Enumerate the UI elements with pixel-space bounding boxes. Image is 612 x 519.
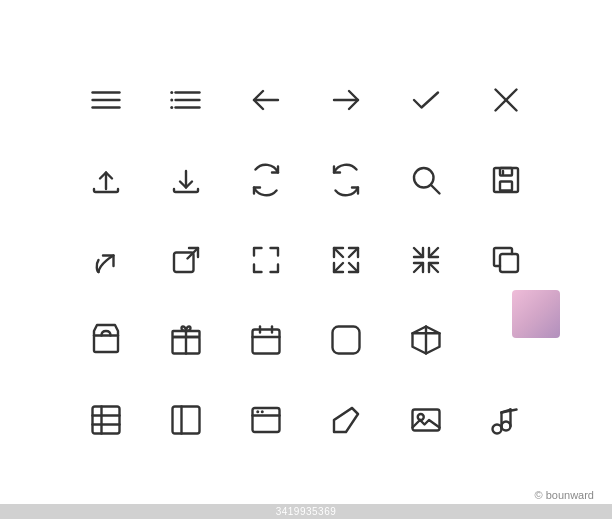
rounded-square-icon (306, 300, 386, 380)
expand-icon (306, 220, 386, 300)
search-icon (386, 140, 466, 220)
share-forward-icon (66, 220, 146, 300)
svg-point-51 (256, 410, 259, 413)
table-grid-icon (66, 380, 146, 460)
download-icon (146, 140, 226, 220)
svg-rect-18 (500, 168, 512, 176)
watermark-label: © bounward (535, 489, 594, 501)
browser-window-icon (226, 380, 306, 460)
svg-line-54 (334, 408, 352, 420)
svg-point-61 (493, 424, 502, 433)
3d-box-icon (386, 300, 466, 380)
svg-point-7 (170, 98, 173, 101)
copy-layer-icon (466, 220, 546, 300)
panel-layout-icon (146, 380, 226, 460)
calendar-icon (226, 300, 306, 380)
getty-badge: 3419935369 (0, 504, 612, 519)
svg-point-8 (170, 106, 173, 109)
frame-select-icon (226, 220, 306, 300)
svg-line-29 (429, 263, 438, 272)
svg-rect-19 (500, 181, 512, 190)
external-link-icon (146, 220, 226, 300)
gift-icon (146, 300, 226, 380)
svg-line-24 (349, 248, 358, 257)
compress-icon (386, 220, 466, 300)
arrow-left-icon (226, 60, 306, 140)
svg-rect-31 (500, 254, 518, 272)
svg-line-30 (414, 263, 423, 272)
svg-line-53 (352, 408, 358, 414)
shopping-bag-icon (66, 300, 146, 380)
arrow-right-icon (306, 60, 386, 140)
svg-rect-47 (173, 406, 200, 433)
list-menu-icon (146, 60, 226, 140)
music-note-icon (466, 380, 546, 460)
icon-grid (66, 60, 546, 460)
svg-rect-43 (93, 406, 120, 433)
hamburger-menu-icon (66, 60, 146, 140)
refresh-ccw-icon (306, 140, 386, 220)
save-floppy-icon (466, 140, 546, 220)
close-x-icon (466, 60, 546, 140)
svg-line-23 (334, 248, 343, 257)
svg-line-26 (334, 263, 343, 272)
svg-line-25 (349, 263, 358, 272)
svg-line-27 (414, 248, 423, 257)
image-photo-icon (386, 380, 466, 460)
svg-point-62 (502, 421, 511, 430)
checkmark-icon (386, 60, 466, 140)
watermark-text: © bounward (535, 489, 594, 501)
svg-rect-17 (494, 168, 518, 192)
svg-rect-55 (413, 409, 440, 430)
purple-overlay (512, 290, 560, 338)
svg-rect-40 (333, 326, 360, 353)
svg-line-28 (429, 248, 438, 257)
svg-point-6 (170, 91, 173, 94)
getty-id: 3419935369 (276, 506, 337, 517)
edit-pencil-icon (306, 380, 386, 460)
svg-point-52 (261, 410, 264, 413)
svg-rect-36 (253, 329, 280, 353)
svg-line-16 (431, 185, 439, 193)
refresh-cw-icon (226, 140, 306, 220)
upload-icon (66, 140, 146, 220)
